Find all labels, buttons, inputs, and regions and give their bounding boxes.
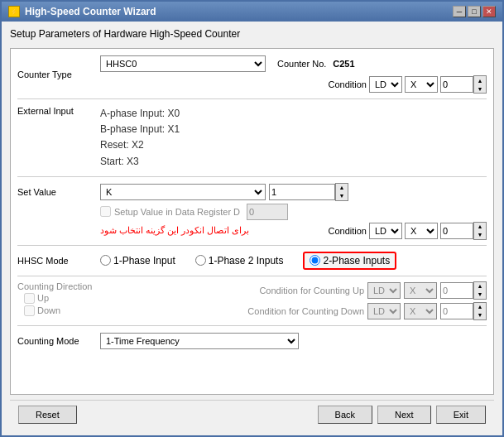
condition2-val-input[interactable] (440, 223, 473, 239)
counter-type-label: Counter Type (17, 70, 100, 79)
hhsc-mode-row: HHSC Mode 1-Phase Input 1-Phase 2 Inputs… (17, 251, 487, 271)
condition2-val-up[interactable]: ▲ (474, 223, 486, 231)
down-checkbox[interactable] (24, 305, 35, 316)
phase1-2-radio-label[interactable]: 1-Phase 2 Inputs (195, 255, 284, 267)
condition-x-select2[interactable]: X (405, 223, 438, 239)
condition-val-input-top[interactable] (440, 76, 473, 93)
ext-line-4: Start: X3 (100, 154, 180, 170)
title-bar: ⚡ High-Speed Counter Wizard ─ □ ✕ (2, 2, 502, 22)
set-value-label: Set Value (17, 187, 100, 197)
cond-down-input[interactable] (440, 303, 473, 319)
cond-down-spinner: ▲ ▼ (440, 302, 487, 320)
condition-val-down-top[interactable]: ▼ (474, 84, 486, 93)
phase1-radio[interactable] (100, 255, 111, 266)
k-input[interactable] (269, 184, 335, 200)
cond-up-x-select[interactable]: X (404, 282, 437, 299)
phase1-2-radio[interactable] (195, 255, 206, 266)
setup-value-input (247, 204, 288, 220)
condition-x-select-top[interactable]: X (405, 76, 438, 93)
phase1-radio-label[interactable]: 1-Phase Input (100, 255, 175, 267)
exit-button[interactable]: Exit (436, 406, 486, 424)
hhsc-mode-controls: 1-Phase Input 1-Phase 2 Inputs 2-Phase I… (100, 252, 487, 270)
cond-down-label: Condition for Counting Down (247, 306, 364, 316)
counter-no-label: Counter No. (277, 59, 326, 69)
counting-mode-label: Counting Mode (17, 336, 100, 346)
k-spin-down[interactable]: ▼ (336, 192, 348, 200)
counting-mode-row: Counting Mode 1-Time Frequency (17, 331, 487, 351)
external-input-row: External Input A-phase Input: X0 B-phase… (17, 104, 487, 171)
cond-up-input[interactable] (440, 282, 473, 299)
counter-type-controls: HHSC0 Counter No. C251 Condition LD X (100, 55, 487, 94)
phase2-selected-container[interactable]: 2-Phase Inputs (303, 252, 396, 270)
cond-down-spin-up[interactable]: ▲ (474, 303, 486, 311)
next-button[interactable]: Next (377, 406, 431, 424)
counter-type-row: Counter Type HHSC0 Counter No. C251 Cond… (17, 55, 487, 94)
cond-up-row: Condition for Counting Up LD X ▲ ▼ (100, 281, 487, 300)
k-row: Set Value K ▲ ▼ (17, 182, 487, 202)
cond-up-spin-up[interactable]: ▲ (474, 282, 486, 291)
k-controls: K ▲ ▼ (100, 183, 487, 201)
ext-line-3: Reset: X2 (100, 137, 180, 153)
cond-down-x-select[interactable]: X (404, 303, 437, 319)
condition-ld-select2[interactable]: LD (369, 223, 402, 239)
maximize-button[interactable]: □ (468, 6, 481, 17)
external-input-label: External Input (17, 106, 100, 116)
cond-up-label: Condition for Counting Up (259, 286, 364, 295)
ext-line-2: B-phase Input: X1 (100, 122, 180, 137)
rtl-note: برای اتصال انکودر این گزینه انتخاب شود (100, 225, 249, 236)
bottom-section: Reset Back Next Exit (10, 400, 494, 429)
external-input-text: A-phase Input: X0 B-phase Input: X1 Rese… (100, 106, 180, 170)
counting-mode-controls: 1-Time Frequency (100, 333, 487, 349)
counting-dir-section: Counting Direction Up Down (17, 281, 100, 316)
app-icon: ⚡ (8, 6, 20, 17)
setup-value-checkbox-label: Setup Value in Data Register D (114, 207, 240, 217)
window-controls: ─ □ ✕ (453, 6, 496, 17)
cond-up-spin-down[interactable]: ▼ (474, 291, 486, 299)
condition2-val-spinner: ▲ ▼ (440, 222, 487, 240)
condition-label2: Condition (329, 226, 367, 236)
cond-up-spinner: ▲ ▼ (440, 281, 487, 300)
hhsc-mode-label: HHSC Mode (17, 256, 100, 266)
minimize-button[interactable]: ─ (453, 6, 466, 17)
setup-value-checkbox[interactable] (100, 206, 111, 217)
cond-down-ld-select[interactable]: LD (367, 303, 401, 319)
counter-type-select[interactable]: HHSC0 (100, 55, 266, 72)
k-select[interactable]: K (100, 184, 266, 200)
reset-button[interactable]: Reset (18, 406, 77, 424)
condition-val-up-top[interactable]: ▲ (474, 76, 486, 84)
close-button[interactable]: ✕ (482, 6, 496, 17)
cond-up-ld-select[interactable]: LD (367, 282, 401, 299)
phase1-2-label: 1-Phase 2 Inputs (209, 255, 284, 267)
cond-down-row: Condition for Counting Down LD X ▲ ▼ (100, 302, 487, 320)
k-spin-up[interactable]: ▲ (336, 184, 348, 192)
main-window: ⚡ High-Speed Counter Wizard ─ □ ✕ Setup … (0, 0, 504, 437)
form-area: Counter Type HHSC0 Counter No. C251 Cond… (10, 48, 494, 395)
set-value-section: Set Value K ▲ ▼ (17, 182, 487, 240)
condition-ld-select-top[interactable]: LD (369, 76, 402, 93)
condition-label-top: Condition (329, 79, 367, 89)
content-area: Setup Parameters of Hardware High-Speed … (2, 22, 502, 435)
condition2-val-down[interactable]: ▼ (474, 231, 486, 239)
phase2-radio[interactable] (310, 255, 320, 266)
up-checkbox[interactable] (24, 293, 35, 304)
phase1-label: 1-Phase Input (113, 255, 175, 267)
condition-val-spinner-top: ▲ ▼ (440, 75, 487, 94)
nav-buttons: Back Next Exit (318, 406, 486, 424)
subtitle: Setup Parameters of Hardware High-Speed … (10, 28, 494, 40)
back-button[interactable]: Back (318, 406, 372, 424)
cond-up-down-area: Condition for Counting Up LD X ▲ ▼ (100, 281, 487, 320)
k-spinner: ▲ ▼ (269, 183, 348, 201)
window-title: High-Speed Counter Wizard (25, 6, 156, 17)
cond-down-spin-down[interactable]: ▼ (474, 311, 486, 319)
counting-dir-checkboxes: Up Down (24, 293, 100, 316)
phase2-label: 2-Phase Inputs (323, 255, 390, 267)
down-label: Down (37, 305, 60, 315)
counter-no-value: C251 (333, 59, 354, 69)
external-input-content: A-phase Input: X0 B-phase Input: X1 Rese… (100, 106, 487, 170)
up-label: Up (37, 293, 49, 303)
counting-dir-label: Counting Direction (17, 281, 100, 291)
counting-mode-select[interactable]: 1-Time Frequency (100, 333, 299, 349)
counting-dir-area: Counting Direction Up Down (17, 281, 487, 320)
ext-line-1: A-phase Input: X0 (100, 106, 180, 122)
